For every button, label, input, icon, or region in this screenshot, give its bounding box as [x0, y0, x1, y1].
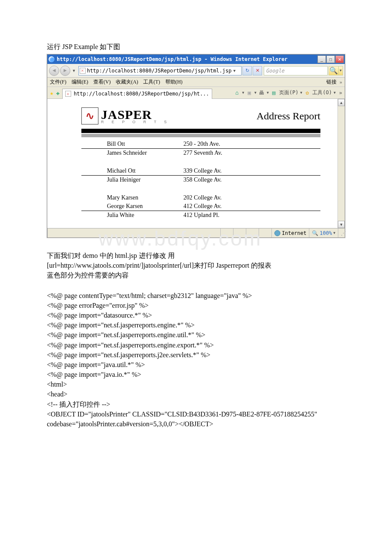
menu-file[interactable]: 文件(F) — [50, 78, 66, 86]
status-bar: Internet 🔍 100% ▼ ⋰ — [47, 228, 345, 237]
name-cell: Michael Ott — [81, 167, 182, 176]
report-table: Bill Ott250 - 20th Ave.James Schneider27… — [81, 140, 320, 220]
scroll-up-icon[interactable]: ▲ — [338, 99, 345, 106]
address-text: http://localhost:8080/JSReportDemo/jsp/h… — [87, 68, 232, 74]
dropdown-icon[interactable]: ▼ — [254, 91, 257, 95]
zoom-control[interactable]: 🔍 100% ▼ — [309, 228, 338, 237]
stop-button[interactable]: ✕ — [253, 66, 262, 75]
group-spacer — [81, 157, 320, 167]
code-block: <%@ page contentType="text/html; charset… — [47, 291, 345, 429]
tools-label[interactable]: 工具(O) — [312, 89, 332, 96]
add-favorite-icon[interactable]: ✚ — [56, 90, 59, 96]
history-dropdown-icon[interactable]: ▼ — [72, 69, 76, 73]
logo-mark-icon: ∿ — [81, 107, 98, 124]
favorites-star-icon[interactable]: ★ — [50, 90, 53, 96]
menu-edit[interactable]: 编辑(E) — [72, 78, 88, 86]
print-icon[interactable]: 🖶 — [258, 90, 265, 96]
code-line: <%@ page import="net.sf.jasperreports.j2… — [47, 350, 345, 360]
chevron-right-icon[interactable]: » — [339, 90, 342, 96]
group-spacer — [81, 184, 320, 194]
maximize-button[interactable]: □ — [326, 55, 335, 63]
close-button[interactable]: ✕ — [335, 55, 344, 63]
minimize-button[interactable]: _ — [317, 55, 326, 63]
table-row: Michael Ott339 College Av. — [81, 167, 320, 176]
code-line: <%@ page contentType="text/html; charset… — [47, 291, 345, 301]
page-icon — [80, 68, 86, 74]
header-grey-bar — [81, 134, 320, 137]
dropdown-icon[interactable]: ▼ — [334, 91, 336, 95]
code-line: <%@ page errorPage="error.jsp" %> — [47, 301, 345, 310]
code-line: <%@ page import="java.io.*" %> — [47, 370, 345, 379]
address-cell: 277 Seventh Av. — [182, 149, 320, 158]
name-cell: Julia Heiniger — [81, 176, 182, 185]
header-black-bar — [81, 129, 320, 133]
code-line: <head> — [47, 389, 345, 399]
address-dropdown-icon[interactable]: ▼ — [233, 69, 235, 73]
intro-text: 运行 JSP Example 如下图 — [47, 43, 345, 52]
logo-main-text: JASPER — [101, 108, 170, 121]
table-row: Julia White412 Upland Pl. — [81, 211, 320, 220]
menu-help[interactable]: 帮助(H) — [165, 78, 183, 86]
code-line: <%@ page import="java.util.*" %> — [47, 360, 345, 370]
scroll-down-icon[interactable]: ▼ — [338, 221, 345, 228]
report-title: Address Report — [257, 110, 320, 122]
table-row: George Karsen412 College Av. — [81, 202, 320, 211]
code-line: codebase="jatoolsPrinter.cab#version=5,3… — [47, 419, 345, 429]
search-box[interactable]: Google — [264, 66, 328, 75]
tab-page-icon — [65, 91, 71, 97]
address-cell: 412 College Av. — [182, 202, 320, 211]
menu-favorites[interactable]: 收藏夹(A) — [116, 78, 138, 86]
forward-button[interactable]: ► — [60, 66, 70, 76]
address-cell: 339 College Av. — [182, 167, 320, 176]
para-line-2: [url=http://www.jatools.com/print/]jatoo… — [47, 260, 345, 270]
command-bar: ⌂▼ ▣▼ 🖶▼ ▤ 页面(P)▼ ✿ 工具(O)▼ » — [233, 89, 342, 96]
jasper-logo: ∿ JASPER R E P O R T S — [81, 107, 170, 124]
address-cell: 250 - 20th Ave. — [182, 140, 320, 149]
page-icon[interactable]: ▤ — [271, 90, 277, 96]
chevron-right-icon: » — [340, 79, 342, 85]
code-line: <%@ page import="net.sf.jasperreports.en… — [47, 320, 345, 330]
window-title: http://localhost:8080/JSReportDemo/jsp/h… — [57, 56, 288, 62]
globe-icon — [274, 230, 280, 236]
code-line: <!-- 插入打印控件 --> — [47, 399, 345, 409]
name-cell: George Karsen — [81, 202, 182, 211]
content-area: ∿ JASPER R E P O R T S Address Report Bi… — [47, 99, 345, 228]
address-bar[interactable]: http://localhost:8080/JSReportDemo/jsp/h… — [78, 66, 242, 75]
rss-icon[interactable]: ▣ — [246, 90, 253, 96]
ie-icon — [48, 56, 55, 63]
para-line-1: 下面我们对 demo 中的 html.jsp 进行修改 用 — [47, 251, 345, 260]
table-row: James Schneider277 Seventh Av. — [81, 149, 320, 158]
menu-bar: 文件(F) 编辑(E) 查看(V) 收藏夹(A) 工具(T) 帮助(H) 链接 … — [47, 78, 345, 87]
code-line: <html> — [47, 379, 345, 389]
back-button[interactable]: ◄ — [49, 66, 59, 76]
name-cell: Mary Karsen — [81, 194, 182, 202]
vertical-scrollbar[interactable]: ▲ ▼ — [337, 99, 345, 228]
home-icon[interactable]: ⌂ — [233, 90, 240, 96]
search-split-icon[interactable]: ▼ — [339, 66, 343, 75]
menu-tools[interactable]: 工具(T) — [143, 78, 160, 86]
gear-icon[interactable]: ✿ — [304, 90, 311, 96]
table-row: Bill Ott250 - 20th Ave. — [81, 140, 320, 149]
address-cell: 412 Upland Pl. — [182, 211, 320, 220]
address-cell: 358 College Av. — [182, 176, 320, 185]
table-row: Julia Heiniger358 College Av. — [81, 176, 320, 185]
resize-grip-icon[interactable]: ⋰ — [338, 228, 345, 237]
name-cell: James Schneider — [81, 149, 182, 158]
search-go-button[interactable]: 🔍 — [329, 66, 339, 75]
dropdown-icon[interactable]: ▼ — [267, 91, 269, 95]
menu-links[interactable]: 链接 » — [326, 78, 342, 86]
tab-bar: ★ ✚ http://localhost:8080/JSReportDemo/j… — [47, 87, 345, 99]
code-line: <%@ page import="datasource.*" %> — [47, 310, 345, 320]
table-row: Mary Karsen202 College Av. — [81, 194, 320, 202]
report-page: ∿ JASPER R E P O R T S Address Report Bi… — [47, 99, 337, 228]
security-zone: Internet — [271, 228, 309, 237]
browser-tab[interactable]: http://localhost:8080/JSReportDemo/jsp/h… — [62, 89, 212, 99]
title-bar: http://localhost:8080/JSReportDemo/jsp/h… — [47, 55, 345, 64]
menu-view[interactable]: 查看(V) — [93, 78, 111, 86]
browser-window: http://localhost:8080/JSReportDemo/jsp/h… — [47, 54, 345, 238]
page-label[interactable]: 页面(P) — [279, 89, 299, 96]
code-line: <OBJECT ID="jatoolsPrinter" CLASSID="CLS… — [47, 409, 345, 419]
dropdown-icon[interactable]: ▼ — [300, 91, 302, 95]
refresh-button[interactable]: ↻ — [242, 66, 252, 75]
dropdown-icon[interactable]: ▼ — [242, 91, 244, 95]
